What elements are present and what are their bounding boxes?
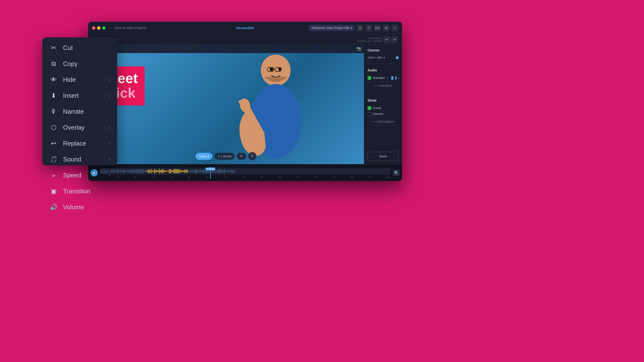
- sidebar-item-cut[interactable]: ✂ Cut: [42, 40, 117, 56]
- sidebar-item-speed[interactable]: » Speed ›: [42, 167, 117, 183]
- sidebar-item-overlay[interactable]: ⬡ Overlay ›: [42, 119, 117, 135]
- list-icon-button[interactable]: ☰: [357, 25, 364, 31]
- camera-label: Camera: [373, 112, 383, 116]
- close-button[interactable]: [92, 26, 96, 30]
- canvas-indicator: [396, 56, 399, 59]
- undo-redo: ↩ ↪: [383, 36, 398, 43]
- help-icon-button[interactable]: ?: [392, 25, 398, 31]
- transition-icon: ▣: [49, 187, 58, 196]
- arrow-tool-button[interactable]: + + Arrow: [214, 153, 235, 160]
- canvas-title: Canvas: [368, 48, 399, 52]
- minimize-button[interactable]: [97, 26, 100, 30]
- sidebar-item-copy[interactable]: ⧉ Copy: [42, 56, 117, 72]
- sidebar-item-label-insert: Insert: [63, 92, 79, 99]
- cursor-check[interactable]: ✓: [368, 106, 372, 110]
- tools-chevron-icon: ▾: [208, 154, 209, 158]
- playhead: 0:16:00: [210, 167, 211, 179]
- add-music-button[interactable]: + + Add Music: [368, 82, 399, 89]
- hide-icon: 👁: [49, 75, 58, 84]
- maximize-button[interactable]: [102, 26, 106, 30]
- volume-icon: 🔊: [49, 202, 58, 212]
- timeline: ▶ 3s6s9s12s15s18s21s24s27s30s33s36s39s42…: [88, 164, 402, 181]
- undo-button[interactable]: ↩: [383, 36, 390, 43]
- auto-saved-time: 9/27/22 at 11:38 AM: [358, 39, 381, 42]
- camera-icon: 📷: [357, 46, 362, 51]
- history-icon-button[interactable]: ⏱: [365, 25, 372, 31]
- camera-row: Camera: [368, 112, 399, 116]
- bars-icon: ▐▌▐: [390, 76, 396, 80]
- canvas-size: 1638 × 986 ▾: [368, 56, 399, 59]
- chevron-right-icon: ›: [109, 157, 110, 162]
- right-panel: Canvas 1638 × 986 ▾ Audio ✓ Narration ⓘ …: [364, 45, 402, 164]
- text-tool-label: Tr: [240, 154, 243, 158]
- insert-icon: ⬇: [49, 91, 58, 100]
- published-badge[interactable]: Published: Video Project Title ▾: [309, 25, 355, 31]
- replace-icon: ↩: [49, 139, 58, 148]
- canvas-section: Canvas 1638 × 986 ▾: [368, 48, 399, 59]
- done-button[interactable]: Done: [368, 152, 399, 161]
- back-label: Back to Video Projects: [115, 26, 146, 30]
- sidebar-item-hide[interactable]: 👁 Hide ›: [42, 72, 117, 88]
- sidebar-item-label-cut: Cut: [63, 44, 73, 52]
- back-button[interactable]: ← Back to Video Projects: [110, 26, 146, 30]
- narration-check[interactable]: ✓: [368, 76, 372, 80]
- playhead-time-badge: 0:16:00: [206, 167, 215, 170]
- copy-icon: ⧉: [49, 59, 58, 68]
- sidebar-item-narrate[interactable]: 🎙 Narrate: [42, 103, 117, 119]
- content-area: 🔍 Zoom Preview 📷 Meet Nick: [88, 45, 402, 164]
- sidebar-item-label-copy: Copy: [63, 60, 78, 67]
- audio-title: Audio: [368, 68, 399, 72]
- text-tool-button[interactable]: Tr: [237, 153, 246, 160]
- sidebar-item-label-overlay: Overlay: [63, 124, 85, 131]
- arrow-tool-label: + Arrow: [221, 154, 231, 158]
- sidebar-item-label-volume: Volume: [63, 203, 84, 211]
- narrate-icon: 🎙: [49, 107, 58, 116]
- sidebar-item-label-replace: Replace: [63, 140, 86, 147]
- sidebar-item-volume[interactable]: 🔊 Volume: [42, 199, 117, 215]
- video-frame: Meet Nick: [88, 45, 364, 164]
- add-captions-label: + Add Captions: [374, 120, 394, 123]
- sidebar-item-label-hide: Hide: [63, 76, 76, 83]
- done-label: Done: [379, 154, 387, 158]
- settings-icon-button[interactable]: ⚙: [383, 25, 390, 31]
- sidebar: ✂ Cut ⧉ Copy 👁 Hide › ⬇ Insert › 🎙 Narra…: [42, 37, 117, 165]
- app-window: ← Back to Video Projects ScreenPal Publi…: [88, 22, 402, 181]
- chevron-right-icon: ›: [109, 77, 110, 82]
- redo-button[interactable]: ↪: [391, 36, 398, 43]
- title-bar-right: Published: Video Project Title ▾ ☰ ⏱ EN …: [309, 25, 398, 31]
- camera-check[interactable]: [368, 112, 372, 116]
- sidebar-item-replace[interactable]: ↩ Replace ›: [42, 135, 117, 151]
- add-captions-button[interactable]: + + Add Captions: [368, 118, 399, 125]
- chevron-right-icon: ›: [109, 125, 110, 130]
- audio-section: Audio ✓ Narration ⓘ ▐▌▐ ▾ + + Add Music: [368, 68, 399, 89]
- sidebar-item-label-sound: Sound: [63, 156, 81, 163]
- narration-row: ✓ Narration ⓘ ▐▌▐ ▾: [368, 76, 399, 80]
- divider-2: [368, 94, 399, 94]
- back-arrow-icon: ←: [110, 26, 114, 30]
- tools-button[interactable]: Tools ▾: [196, 153, 212, 160]
- sidebar-item-sound[interactable]: 🎵 Sound ›: [42, 151, 117, 167]
- chevron-right-icon: ›: [109, 141, 110, 146]
- published-label: Published: Video Project Title: [312, 26, 350, 30]
- auto-saved-label: Auto Saved: [358, 37, 381, 39]
- cut-icon: ✂: [49, 43, 58, 52]
- sound-icon: 🎵: [49, 155, 58, 164]
- timeline-search-button[interactable]: 🔍: [393, 169, 400, 176]
- tools-bar: Tools ▾ + + Arrow Tr ↖: [196, 152, 256, 160]
- add-music-label: + Add Music: [376, 84, 392, 87]
- cursor-tool-button[interactable]: ↖: [248, 152, 256, 160]
- chevron-right-icon: ›: [109, 173, 110, 178]
- cursor-label: Cursor: [373, 106, 382, 110]
- show-section: Show ✓ Cursor Camera + + Add Captions: [368, 98, 399, 125]
- narration-expand-icon: ▾: [398, 77, 399, 79]
- sidebar-item-label-speed: Speed: [63, 172, 81, 179]
- language-icon-button[interactable]: EN: [374, 25, 381, 31]
- cursor-row: ✓ Cursor: [368, 106, 399, 110]
- sidebar-item-transition[interactable]: ▣ Transition: [42, 183, 117, 199]
- show-title: Show: [368, 98, 399, 102]
- sidebar-item-insert[interactable]: ⬇ Insert ›: [42, 88, 117, 103]
- tools-label: Tools: [199, 154, 206, 158]
- timeline-track[interactable]: 3s6s9s12s15s18s21s24s27s30s33s36s39s42s4…: [100, 167, 391, 179]
- screenpal-logo-text: ScreenPal: [236, 26, 254, 30]
- chevron-right-icon: ›: [109, 93, 110, 98]
